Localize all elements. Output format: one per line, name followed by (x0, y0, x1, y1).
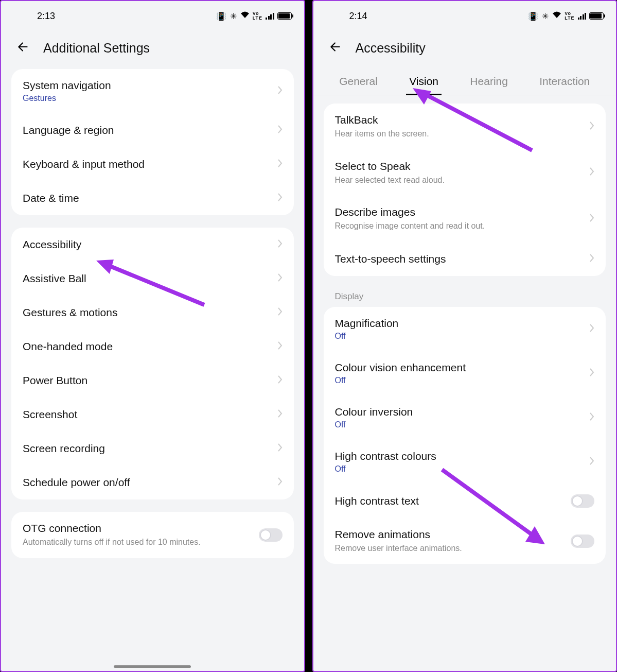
chevron-right-icon (277, 477, 283, 488)
otg-toggle[interactable] (259, 528, 283, 542)
row-schedule-power[interactable]: Schedule power on/off (11, 466, 294, 499)
row-description: Remove user interface animations. (335, 543, 571, 554)
row-title: Magnification (335, 317, 590, 330)
volte-icon: VoLTE (565, 11, 574, 21)
row-title: Accessibility (23, 238, 277, 251)
row-description: Automatically turns off if not used for … (23, 537, 259, 548)
row-colour-inversion[interactable]: Colour inversion Off (324, 395, 606, 440)
row-assistive-ball[interactable]: Assistive Ball (11, 262, 294, 296)
row-title: Remove animations (335, 528, 571, 541)
tab-vision[interactable]: Vision (406, 69, 442, 95)
row-screenshot[interactable]: Screenshot (11, 398, 294, 432)
signal-icon (266, 12, 274, 20)
row-title: Power Button (23, 374, 277, 387)
settings-group-3: OTG connection Automatically turns off i… (11, 512, 294, 558)
chevron-right-icon (277, 159, 283, 170)
row-otg-connection[interactable]: OTG connection Automatically turns off i… (11, 512, 294, 558)
row-one-handed[interactable]: One-handed mode (11, 330, 294, 364)
gesture-bar[interactable] (114, 665, 191, 668)
row-language-region[interactable]: Language & region (11, 113, 294, 147)
chevron-right-icon (277, 193, 283, 204)
vision-group-1: TalkBack Hear items on the screen. Selec… (324, 104, 606, 276)
chevron-right-icon (589, 456, 594, 468)
back-button[interactable] (16, 40, 30, 56)
screen-header: Accessibility (313, 31, 616, 69)
tab-general[interactable]: General (336, 69, 381, 95)
row-title: Assistive Ball (23, 272, 277, 285)
row-title: Language & region (23, 124, 277, 136)
status-bar: 2:13 📳 ✳ VoLTE (1, 1, 304, 31)
wifi-icon (240, 11, 250, 21)
row-gestures-motions[interactable]: Gestures & motions (11, 296, 294, 330)
row-description: Hear items on the screen. (335, 128, 590, 140)
chevron-right-icon (277, 273, 283, 284)
row-title: Select to Speak (335, 160, 590, 173)
row-title: Text-to-speech settings (335, 253, 590, 265)
row-description: Hear selected text read aloud. (335, 175, 590, 186)
row-accessibility[interactable]: Accessibility (11, 228, 294, 262)
chevron-right-icon (277, 239, 283, 250)
screen-header: Additional Settings (1, 31, 304, 69)
status-time: 2:13 (37, 11, 55, 22)
phone-right: 2:14 📳 ✳ VoLTE Accessibility General Vis… (312, 0, 618, 672)
row-title: Keyboard & input method (23, 158, 277, 170)
back-button[interactable] (329, 40, 342, 56)
section-label-display: Display (313, 288, 616, 307)
row-magnification[interactable]: Magnification Off (324, 307, 606, 351)
row-title: Colour inversion (335, 406, 590, 418)
remove-animations-toggle[interactable] (571, 535, 594, 548)
tab-interaction[interactable]: Interaction (536, 69, 593, 95)
row-keyboard-input[interactable]: Keyboard & input method (11, 147, 294, 181)
row-title: System navigation (23, 79, 277, 92)
row-power-button[interactable]: Power Button (11, 364, 294, 398)
tab-hearing[interactable]: Hearing (467, 69, 511, 95)
row-date-time[interactable]: Date & time (11, 181, 294, 215)
chevron-right-icon (277, 375, 283, 386)
row-title: Colour vision enhancement (335, 361, 590, 374)
row-title: Gestures & motions (23, 306, 277, 319)
chevron-right-icon (277, 85, 283, 97)
chevron-right-icon (589, 121, 594, 132)
settings-group-1: System navigation Gestures Language & re… (11, 69, 294, 215)
chevron-right-icon (277, 125, 283, 136)
page-title: Accessibility (356, 41, 426, 56)
chevron-right-icon (277, 443, 283, 454)
row-subtitle: Off (335, 332, 590, 341)
row-talkback[interactable]: TalkBack Hear items on the screen. (324, 104, 606, 150)
row-subtitle: Gestures (23, 94, 277, 103)
row-select-to-speak[interactable]: Select to Speak Hear selected text read … (324, 150, 606, 196)
row-title: TalkBack (335, 114, 590, 126)
row-title: Describe images (335, 206, 590, 218)
row-subtitle: Off (335, 464, 590, 474)
chevron-right-icon (589, 412, 594, 423)
signal-icon (578, 12, 587, 20)
vibrate-icon: 📳 (528, 11, 539, 21)
tab-bar: General Vision Hearing Interaction (313, 69, 616, 95)
row-title: Date & time (23, 192, 277, 204)
high-contrast-text-toggle[interactable] (571, 494, 594, 508)
row-description: Recognise image content and read it out. (335, 220, 590, 232)
chevron-right-icon (589, 213, 594, 225)
status-bar: 2:14 📳 ✳ VoLTE (313, 1, 616, 31)
row-title: Schedule power on/off (23, 476, 277, 489)
row-screen-recording[interactable]: Screen recording (11, 432, 294, 466)
battery-icon (589, 12, 604, 20)
row-colour-vision[interactable]: Colour vision enhancement Off (324, 351, 606, 395)
chevron-right-icon (589, 167, 594, 178)
chevron-right-icon (277, 307, 283, 318)
row-title: Screenshot (23, 408, 277, 421)
row-remove-animations[interactable]: Remove animations Remove user interface … (324, 518, 606, 564)
row-describe-images[interactable]: Describe images Recognise image content … (324, 196, 606, 242)
wifi-icon (552, 11, 561, 21)
vibrate-icon: 📳 (216, 11, 227, 21)
status-icons: 📳 ✳ VoLTE (528, 11, 604, 21)
row-subtitle: Off (335, 376, 590, 385)
row-system-navigation[interactable]: System navigation Gestures (11, 69, 294, 113)
row-tts-settings[interactable]: Text-to-speech settings (324, 242, 606, 276)
row-high-contrast-colours[interactable]: High contrast colours Off (324, 440, 606, 484)
row-title: High contrast text (335, 495, 571, 507)
phone-left: 2:13 📳 ✳ VoLTE Additional Settings Syste… (0, 0, 305, 672)
row-high-contrast-text[interactable]: High contrast text (324, 484, 606, 518)
row-title: One-handed mode (23, 340, 277, 353)
chevron-right-icon (589, 368, 594, 379)
